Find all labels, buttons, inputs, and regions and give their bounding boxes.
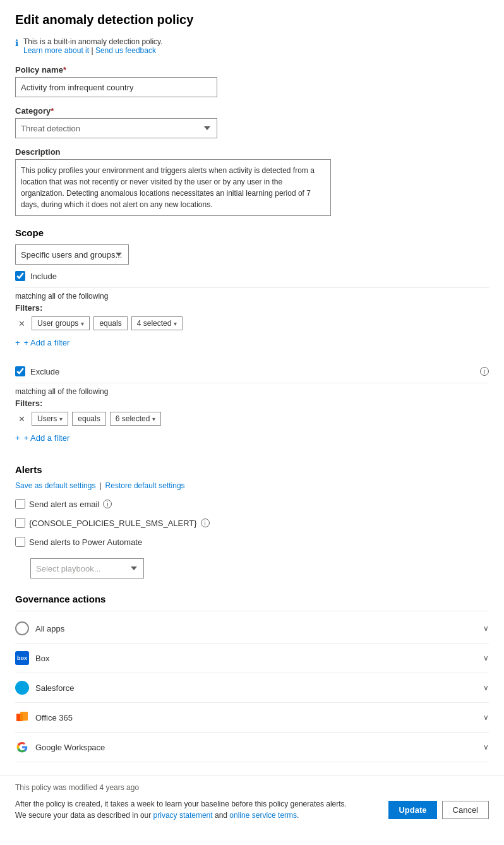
playbook-select[interactable]: Select playbook...	[30, 558, 144, 578]
send-email-row: Send alert as email i	[15, 499, 489, 509]
governance-row-allapps[interactable]: All apps ∨	[15, 614, 489, 644]
exclude-value-chevron-icon: ▾	[152, 416, 155, 422]
save-default-link[interactable]: Save as default settings	[15, 481, 95, 490]
policy-name-group: Policy name*	[15, 65, 489, 97]
footer-buttons: Update Cancel	[388, 801, 489, 819]
policy-name-input[interactable]	[15, 77, 217, 97]
sms-label: {CONSOLE_POLICIES_RULE_SMS_ALERT}	[29, 518, 197, 528]
send-email-checkbox[interactable]	[15, 499, 25, 509]
governance-row-box[interactable]: box Box ∨	[15, 644, 489, 673]
sms-info-icon: i	[201, 518, 210, 527]
alerts-section: Alerts Save as default settings | Restor…	[15, 464, 489, 578]
exclude-filter-remove[interactable]: ✕	[15, 412, 28, 425]
google-name: Google Workspace	[35, 743, 105, 752]
google-chevron-icon: ∨	[483, 743, 489, 752]
salesforce-left: Salesforce	[15, 681, 74, 695]
power-automate-label: Send alerts to Power Automate	[29, 537, 142, 547]
office365-chevron-icon: ∨	[483, 713, 489, 722]
footer: This policy was modified 4 years ago Aft…	[0, 775, 504, 829]
alerts-section-title: Alerts	[15, 464, 489, 475]
salesforce-chevron-icon: ∨	[483, 683, 489, 692]
governance-title: Governance actions	[15, 594, 489, 604]
exclude-field-chevron-icon: ▾	[59, 416, 63, 422]
include-checkbox[interactable]	[15, 271, 25, 281]
info-banner-text: This is a built-in anomaly detection pol…	[23, 37, 163, 55]
google-left: Google Workspace	[15, 740, 105, 754]
google-icon	[15, 740, 29, 754]
info-banner: ℹ This is a built-in anomaly detection p…	[15, 37, 489, 55]
include-filter-operator: equals	[93, 316, 127, 330]
value-chevron-icon: ▾	[174, 320, 177, 327]
include-label: Include	[30, 272, 57, 281]
category-label: Category*	[15, 106, 489, 116]
box-chevron-icon: ∨	[483, 654, 489, 662]
scope-dropdown[interactable]: Specific users and groups...	[15, 244, 129, 265]
exclude-plus-icon: +	[15, 433, 20, 443]
learn-more-link[interactable]: Learn more about it	[23, 46, 89, 55]
office365-left: Office 365	[15, 710, 73, 724]
description-label: Description	[15, 147, 489, 157]
include-filters-label: Filters:	[15, 303, 489, 313]
exclude-checkbox-row: Exclude i	[15, 366, 489, 376]
send-feedback-link[interactable]: Send us feedback	[95, 46, 156, 55]
box-icon: box	[15, 651, 29, 665]
exclude-add-filter-button[interactable]: + + Add a filter	[15, 431, 69, 445]
svg-rect-1	[20, 712, 28, 721]
sms-checkbox[interactable]	[15, 518, 25, 528]
include-filter-value[interactable]: 4 selected ▾	[131, 316, 183, 330]
governance-row-google[interactable]: Google Workspace ∨	[15, 733, 489, 762]
include-filter-remove[interactable]: ✕	[15, 317, 28, 330]
policy-name-label: Policy name*	[15, 65, 489, 75]
send-email-label: Send alert as email	[29, 500, 99, 509]
salesforce-icon	[15, 681, 29, 695]
box-name: Box	[35, 654, 49, 663]
power-automate-checkbox[interactable]	[15, 537, 25, 547]
governance-row-salesforce[interactable]: Salesforce ∨	[15, 673, 489, 703]
include-filter-field[interactable]: User groups ▾	[32, 316, 90, 330]
update-button[interactable]: Update	[388, 801, 436, 819]
category-select[interactable]: Threat detection	[15, 118, 217, 138]
office365-name: Office 365	[35, 713, 73, 722]
exclude-filter-row: ✕ Users ▾ equals 6 selected ▾	[15, 412, 489, 426]
include-add-filter-button[interactable]: + + Add a filter	[15, 335, 69, 350]
field-chevron-icon: ▾	[81, 320, 84, 327]
governance-section: Governance actions All apps ∨ box Box ∨	[15, 594, 489, 762]
exclude-divider	[15, 383, 489, 383]
exclude-filter-field[interactable]: Users ▾	[32, 412, 68, 426]
description-group: Description This policy profiles your en…	[15, 147, 489, 216]
allapps-chevron-icon: ∨	[483, 624, 489, 633]
exclude-filter-operator: equals	[72, 412, 105, 426]
restore-default-link[interactable]: Restore default settings	[105, 481, 185, 490]
info-icon: ℹ	[15, 38, 18, 48]
footer-bottom: After the policy is created, it takes a …	[15, 798, 489, 821]
page-title: Edit anomaly detection policy	[15, 13, 489, 27]
box-left: box Box	[15, 651, 49, 665]
privacy-statement-link[interactable]: privacy statement	[153, 811, 213, 820]
exclude-label: Exclude	[30, 367, 59, 376]
exclude-matching-text: matching all of the following	[15, 387, 489, 396]
allapps-name: All apps	[35, 624, 64, 633]
footer-modified-text: This policy was modified 4 years ago	[15, 783, 489, 792]
include-divider	[15, 287, 489, 288]
exclude-filter-value[interactable]: 6 selected ▾	[110, 412, 162, 426]
salesforce-name: Salesforce	[35, 683, 74, 693]
cancel-button[interactable]: Cancel	[442, 801, 489, 819]
exclude-checkbox[interactable]	[15, 366, 25, 376]
plus-icon: +	[15, 338, 20, 347]
description-text: This policy profiles your environment an…	[15, 159, 331, 216]
allapps-icon	[15, 621, 29, 635]
include-filter-row: ✕ User groups ▾ equals 4 selected ▾	[15, 316, 489, 330]
governance-row-office365[interactable]: Office 365 ∨	[15, 703, 489, 733]
include-matching-text: matching all of the following	[15, 292, 489, 301]
pipe-separator: |	[99, 481, 101, 490]
online-service-terms-link[interactable]: online service terms	[229, 811, 297, 820]
footer-note: After the policy is created, it takes a …	[15, 798, 347, 821]
include-checkbox-row: Include	[15, 271, 489, 281]
email-info-icon: i	[103, 500, 112, 508]
governance-top-divider	[15, 611, 489, 611]
alerts-links: Save as default settings | Restore defau…	[15, 481, 489, 490]
exclude-filters-label: Filters:	[15, 399, 489, 408]
power-automate-row: Send alerts to Power Automate	[15, 537, 489, 547]
allapps-left: All apps	[15, 621, 64, 635]
exclude-info-icon: i	[480, 367, 489, 376]
